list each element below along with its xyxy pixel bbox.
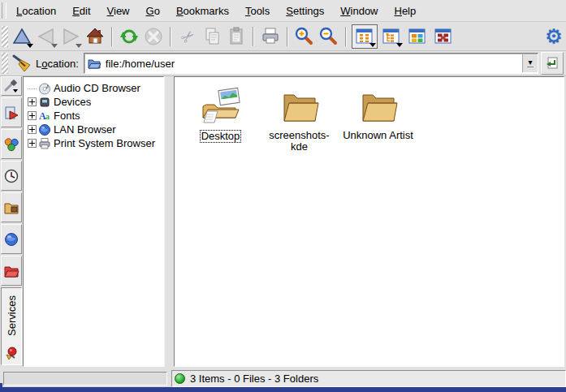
sidebar-tab-devices[interactable] xyxy=(1,129,22,159)
svg-text:a: a xyxy=(45,112,50,121)
forward-button[interactable] xyxy=(58,24,83,49)
globe-icon xyxy=(38,123,51,136)
expander-plus-icon[interactable] xyxy=(28,111,37,120)
sidebar-status-bar xyxy=(3,372,167,386)
menu-window[interactable]: Window xyxy=(332,2,386,19)
tree-item-fonts[interactable]: A a Fonts xyxy=(24,109,163,123)
sidebar-tab-strip: Services xyxy=(1,76,22,368)
sidebar-tab-root-folder[interactable] xyxy=(1,256,22,286)
reload-button[interactable] xyxy=(117,24,141,49)
location-combobox[interactable]: ▾ xyxy=(84,53,538,74)
toolbar-separator xyxy=(253,27,254,46)
content-area: Services ♪ Audio CD Browser xyxy=(0,75,566,369)
menu-go[interactable]: Go xyxy=(138,2,168,19)
location-input[interactable] xyxy=(104,58,522,70)
open-folder-icon xyxy=(87,57,102,70)
main-status-bar: 3 Items - 0 Files - 3 Folders xyxy=(171,370,566,387)
red-folder-icon xyxy=(3,263,19,279)
menubar-drag-handle[interactable] xyxy=(2,2,6,19)
fonts-icon: A a xyxy=(38,110,51,123)
menu-tools[interactable]: Tools xyxy=(237,2,278,19)
broom-icon xyxy=(11,53,32,74)
toolbar-separator xyxy=(287,27,288,46)
sidebar-tab-services[interactable]: Services xyxy=(1,287,22,365)
peripheral-icon xyxy=(38,96,51,109)
clear-location-button[interactable] xyxy=(10,52,32,75)
icon-view-button[interactable] xyxy=(352,24,378,49)
tree-item-devices[interactable]: Devices xyxy=(24,95,163,109)
menu-settings[interactable]: Settings xyxy=(278,2,332,19)
clock-icon xyxy=(3,168,19,184)
stop-button[interactable] xyxy=(141,24,166,49)
menu-bookmarks[interactable]: Bookmarks xyxy=(168,2,237,19)
expander-plus-icon[interactable] xyxy=(28,139,37,148)
menu-edit[interactable]: Edit xyxy=(64,2,98,19)
red-pushpin-icon xyxy=(3,345,19,361)
zoom-in-button[interactable] xyxy=(292,24,317,49)
file-item-unknown-artist[interactable]: Unknown Artist xyxy=(339,87,417,141)
back-dropdown-arrow-icon xyxy=(51,44,58,48)
konqueror-logo-button[interactable]: ⚙ xyxy=(542,24,566,49)
tree-item-print-system-browser[interactable]: Print System Browser xyxy=(24,136,163,150)
icon-view-dropdown-arrow-icon xyxy=(369,43,376,47)
locbar-drag-handle[interactable] xyxy=(2,53,8,74)
up-dropdown-arrow-icon xyxy=(27,44,33,48)
gear-icon: ⚙ xyxy=(545,27,563,46)
tree-item-lan-browser[interactable]: LAN Browser xyxy=(24,123,163,136)
detailed-list-view-button[interactable] xyxy=(431,25,456,48)
sidebar-tab-network[interactable] xyxy=(1,224,22,254)
up-button[interactable] xyxy=(10,24,34,49)
file-icon-view[interactable]: Desktop screenshots-kde Unknown Artist xyxy=(174,76,564,367)
tree-item-label: Devices xyxy=(54,96,91,108)
three-balls-icon xyxy=(3,136,19,153)
magnifier-minus-icon xyxy=(318,26,339,47)
folder-icon xyxy=(357,87,400,126)
tree-item-label: Fonts xyxy=(54,110,80,122)
menu-location[interactable]: Location xyxy=(8,2,64,19)
menu-bar: Location Edit View Go Bookmarks Tools Se… xyxy=(0,0,566,22)
multicolumn-view-button[interactable] xyxy=(405,25,430,48)
print-button[interactable] xyxy=(258,24,283,49)
status-led-icon xyxy=(175,373,185,384)
sidebar-configure-button[interactable] xyxy=(1,76,22,96)
expander-plus-icon[interactable] xyxy=(28,125,37,134)
main-toolbar: ✂ xyxy=(0,22,566,51)
enter-arrow-icon xyxy=(544,55,560,71)
sidebar-tab-history[interactable] xyxy=(1,161,22,191)
tree-view-button[interactable] xyxy=(379,25,404,48)
tree-item-audio-cd-browser[interactable]: ♪ Audio CD Browser xyxy=(24,81,163,95)
svg-text:♪: ♪ xyxy=(45,82,50,90)
cut-button[interactable]: ✂ xyxy=(175,24,200,49)
expander-plus-icon[interactable] xyxy=(28,97,37,106)
status-text: 3 Items - 0 Files - 3 Folders xyxy=(190,373,318,385)
location-label: Location: xyxy=(36,58,79,70)
file-item-screenshots-kde[interactable]: screenshots-kde xyxy=(260,87,339,153)
sidebar-tree-panel: ♪ Audio CD Browser Devices A a xyxy=(23,76,164,367)
printer-icon xyxy=(260,26,281,47)
sidebar-tab-bookmarks[interactable] xyxy=(1,97,22,127)
location-dropdown-button[interactable]: ▾ xyxy=(522,54,538,72)
toolbar-separator xyxy=(345,27,347,46)
paste-button[interactable] xyxy=(224,24,248,49)
screwdriver-icon xyxy=(3,79,19,93)
detailed-list-view-icon xyxy=(434,27,453,46)
copy-button[interactable] xyxy=(200,24,224,49)
file-item-label: Unknown Artist xyxy=(343,130,413,141)
home-icon xyxy=(84,26,106,47)
toolbar-separator xyxy=(170,27,171,46)
menu-help[interactable]: Help xyxy=(387,2,425,19)
reload-icon xyxy=(119,26,140,47)
menu-view[interactable]: View xyxy=(99,2,138,19)
zoom-out-button[interactable] xyxy=(317,24,341,49)
file-item-desktop[interactable]: Desktop xyxy=(181,87,260,143)
home-button[interactable] xyxy=(83,24,107,49)
desktop-folder-icon xyxy=(200,87,242,126)
sidebar-tab-home-folder[interactable] xyxy=(1,192,22,222)
toolbar-drag-handle[interactable] xyxy=(2,26,8,47)
back-button[interactable] xyxy=(34,24,58,49)
go-button[interactable] xyxy=(541,52,564,75)
window-bottom-edge xyxy=(0,387,566,392)
tree-item-label: Print System Browser xyxy=(54,137,155,149)
audio-cd-icon: ♪ xyxy=(38,82,51,95)
scissors-icon: ✂ xyxy=(176,24,199,48)
